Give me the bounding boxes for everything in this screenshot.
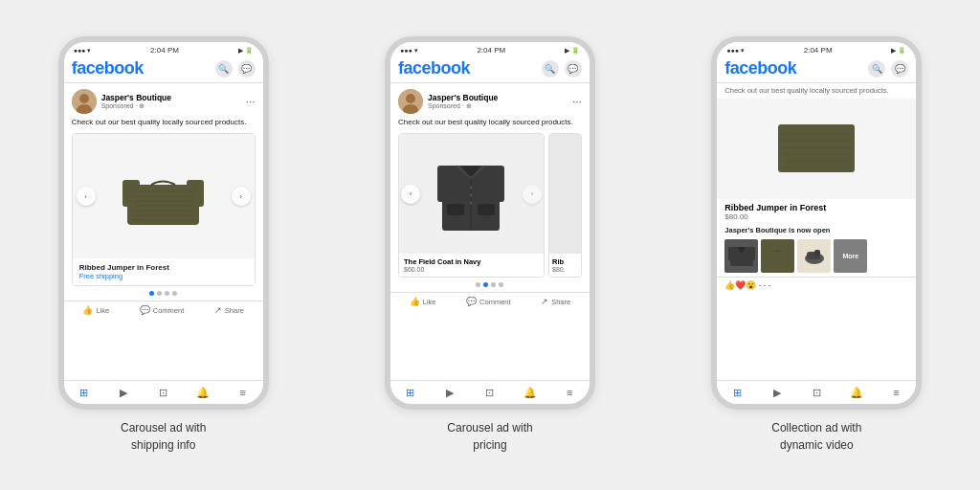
- product-card-2a[interactable]: ‹: [398, 133, 545, 278]
- share-btn-2[interactable]: ↗ Share: [541, 297, 570, 306]
- comment-label-1: Comment: [153, 306, 185, 315]
- svg-rect-36: [765, 250, 771, 259]
- bell-nav-3[interactable]: 🔔: [848, 386, 865, 399]
- status-battery-2: ▶ 🔋: [565, 47, 580, 55]
- dot-2-1: [476, 282, 480, 287]
- menu-nav-2[interactable]: ≡: [561, 386, 578, 399]
- share-icon-2: ↗: [541, 297, 548, 306]
- phone-caption-3: Collection ad with dynamic video: [771, 419, 861, 454]
- sweater-svg-1: [122, 161, 204, 233]
- product-card-2b[interactable]: Rib $80.: [548, 133, 582, 278]
- video-nav-3[interactable]: ▶: [768, 386, 786, 399]
- svg-rect-5: [187, 180, 204, 207]
- share-btn-1[interactable]: ↗ Share: [214, 305, 244, 315]
- thumb-jacket[interactable]: [724, 239, 758, 273]
- marketplace-nav-2[interactable]: ⊡: [481, 386, 499, 399]
- messenger-icon-2[interactable]: 💬: [565, 60, 582, 78]
- fb-header-2: facebook 🔍 💬: [390, 56, 590, 83]
- product-name-large-3: Ribbed Jumper in Forest: [724, 203, 908, 212]
- search-icon-1[interactable]: 🔍: [215, 60, 233, 78]
- bottom-nav-1: ⊞ ▶ ⊡ 🔔 ≡: [64, 380, 263, 404]
- nav-arrow-left-1[interactable]: ‹: [77, 187, 96, 206]
- product-name-2a: The Field Coat in Navy: [404, 257, 539, 266]
- post-actions-2: 👍 Like 💬 Comment ↗ Share: [390, 292, 590, 310]
- more-label: More: [842, 253, 858, 259]
- product-image-large-3: [717, 99, 916, 199]
- svg-point-1: [79, 94, 89, 103]
- thumb-more[interactable]: More: [834, 239, 867, 273]
- nav-arrow-right-2a[interactable]: ›: [523, 185, 542, 204]
- share-label-1: Share: [225, 306, 244, 315]
- fb-icons-1: 🔍 💬: [215, 60, 256, 78]
- share-icon-1: ↗: [214, 305, 222, 315]
- status-time-1: 2:04 PM: [150, 46, 179, 55]
- messenger-icon-3[interactable]: 💬: [891, 60, 908, 78]
- status-signal-2: ●●● ▾: [400, 47, 418, 55]
- dot-2-4: [499, 282, 503, 287]
- post-avatar-1: [72, 89, 97, 114]
- svg-rect-25: [778, 124, 855, 172]
- post-sponsored-2: Sponsored · ⊕: [428, 102, 572, 110]
- fb-header-3: facebook 🔍 💬: [717, 56, 916, 83]
- comment-label-2: Comment: [479, 298, 511, 306]
- bell-nav-2[interactable]: 🔔: [522, 386, 539, 399]
- post-user-info-2: Jasper's Boutique Sponsored · ⊕: [428, 93, 572, 110]
- reaction-icons-3: 👍❤️😮 · · ·: [724, 280, 770, 290]
- messenger-icon-1[interactable]: 💬: [238, 60, 256, 78]
- svg-rect-20: [437, 166, 450, 202]
- home-nav-1[interactable]: ⊞: [75, 386, 92, 399]
- svg-rect-4: [122, 180, 140, 207]
- fb-logo-3: facebook: [724, 58, 796, 78]
- fb-logo-1: facebook: [72, 58, 144, 78]
- search-icon-3[interactable]: 🔍: [868, 60, 885, 78]
- like-icon-2: 👍: [410, 297, 420, 306]
- nav-arrow-left-2[interactable]: ‹: [401, 185, 420, 204]
- like-label-1: Like: [96, 306, 109, 315]
- product-name-1: Ribbed Jumper in Forest: [79, 263, 248, 272]
- status-bar-3: ●●● ▾ 2:04 PM ▶ 🔋: [717, 42, 916, 56]
- post-caption-3: Check out our best quality locally sourc…: [717, 83, 916, 99]
- search-icon-2[interactable]: 🔍: [542, 60, 559, 78]
- status-bar-2: ●●● ▾ 2:04 PM ▶ 🔋: [390, 42, 590, 56]
- nav-arrow-right-1[interactable]: ›: [232, 187, 251, 206]
- product-card-1[interactable]: ‹: [72, 133, 256, 286]
- comment-icon-1: 💬: [140, 305, 150, 315]
- marketplace-nav-3[interactable]: ⊡: [808, 386, 825, 399]
- menu-nav-1[interactable]: ≡: [234, 386, 252, 399]
- product-shipping-1: Free shipping: [79, 272, 248, 280]
- like-btn-2[interactable]: 👍 Like: [410, 297, 436, 306]
- video-nav-2[interactable]: ▶: [441, 386, 458, 399]
- menu-nav-3[interactable]: ≡: [887, 386, 904, 399]
- comment-btn-2[interactable]: 💬 Comment: [466, 297, 511, 306]
- thumb-shoes[interactable]: [797, 239, 831, 273]
- post-dots-menu-1[interactable]: ···: [246, 95, 256, 108]
- like-btn-1[interactable]: 👍 Like: [82, 305, 109, 315]
- svg-rect-21: [492, 166, 504, 202]
- video-nav-1[interactable]: ▶: [115, 386, 132, 399]
- status-bar-1: ●●● ▾ 2:04 PM ▶ 🔋: [64, 42, 263, 56]
- marketplace-nav-1[interactable]: ⊡: [155, 386, 172, 399]
- bell-nav-1[interactable]: 🔔: [194, 386, 212, 399]
- product-name-2b: Rib: [552, 257, 578, 266]
- phone-section-3: ●●● ▾ 2:04 PM ▶ 🔋 facebook 🔍 💬 Check out…: [654, 36, 980, 454]
- status-battery-1: ▶ 🔋: [238, 47, 254, 55]
- product-price-2b: $80.: [552, 266, 578, 273]
- post-dots-menu-2[interactable]: ···: [572, 95, 582, 108]
- product-image-1: ‹: [73, 134, 255, 258]
- product-price-2a: $60.00: [404, 266, 539, 273]
- dot-2-3: [491, 282, 496, 287]
- post-header-2: Jasper's Boutique Sponsored · ⊕ ···: [390, 83, 590, 118]
- thumb-tshirt[interactable]: [761, 239, 794, 273]
- phone-caption-1: Carousel ad with shipping info: [121, 419, 206, 454]
- collection-thumbnails-3: More: [717, 234, 916, 277]
- home-nav-3[interactable]: ⊞: [728, 386, 746, 399]
- home-nav-2[interactable]: ⊞: [402, 386, 419, 399]
- dot-1-active: [149, 291, 154, 296]
- status-battery-3: ▶ 🔋: [891, 47, 906, 55]
- svg-point-24: [470, 201, 473, 204]
- svg-point-22: [470, 186, 473, 189]
- comment-btn-1[interactable]: 💬 Comment: [140, 305, 185, 315]
- like-icon-1: 👍: [82, 305, 93, 315]
- phone-frame-3: ●●● ▾ 2:04 PM ▶ 🔋 facebook 🔍 💬 Check out…: [711, 36, 922, 410]
- carousel-dots-1: [64, 286, 263, 301]
